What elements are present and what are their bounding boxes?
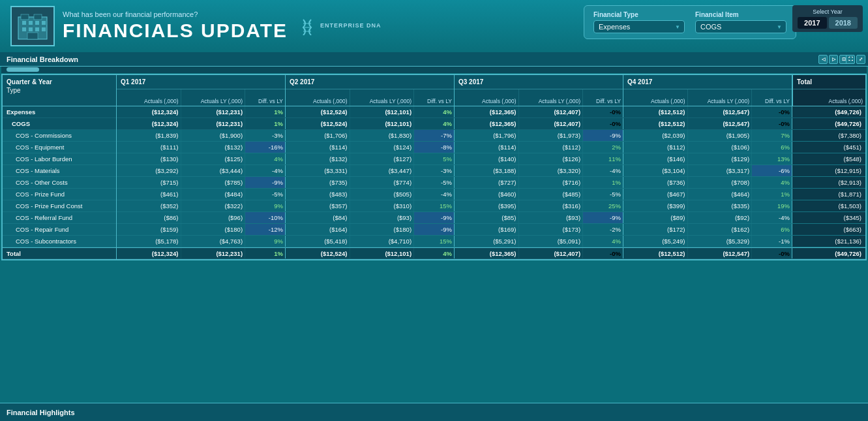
q3-diff-11: 4% bbox=[583, 236, 623, 247]
financial-item-select-wrapper[interactable]: COGS Revenue Net Profit ▼ bbox=[695, 20, 786, 33]
q2-actuals-ly-11: ($4,710) bbox=[350, 236, 415, 247]
total-col-row-3: ($451) bbox=[792, 142, 865, 153]
q4-row-9: ($89)($92)-4% bbox=[623, 212, 792, 223]
left-col-header: Quarter & Year Type bbox=[3, 75, 116, 106]
q4-row-11: ($5,249)($5,329)-1% bbox=[623, 236, 792, 247]
financial-type-select-wrapper[interactable]: Expenses Revenue Profit ▼ bbox=[593, 20, 685, 33]
q3-row-6: ($727)($716)1% bbox=[455, 177, 623, 188]
q3-actuals-9: ($85) bbox=[455, 212, 519, 223]
financial-item-group: Financial Item COGS Revenue Net Profit ▼ bbox=[695, 11, 786, 33]
q1-actuals-ly-10: ($180) bbox=[181, 224, 246, 235]
q2-actuals-ly-7: ($505) bbox=[350, 189, 415, 200]
quarter-year-label: Quarter & Year bbox=[7, 78, 112, 87]
year-2018-button[interactable]: 2018 bbox=[829, 17, 858, 29]
q2-actuals-3: ($114) bbox=[286, 142, 350, 153]
q2-row-12: ($12,524)($12,101)4% bbox=[286, 248, 455, 258]
fullscreen-icon[interactable]: ⤢ bbox=[856, 55, 865, 64]
q4-actuals-ly-3: ($106) bbox=[688, 142, 753, 153]
financial-type-select[interactable]: Expenses Revenue Profit bbox=[593, 20, 685, 33]
total-col-row-5: ($12,915) bbox=[792, 165, 865, 176]
h-scrollbar-container[interactable] bbox=[1, 67, 867, 73]
q4-actuals-9: ($89) bbox=[623, 212, 688, 223]
left-row-1: COGS bbox=[3, 118, 116, 130]
q2-diff-4: 5% bbox=[414, 153, 454, 164]
q1-actuals-0: ($12,324) bbox=[117, 106, 181, 117]
quarters-header-row: Q1 2017 Actuals (,000) Actuals LY (,000)… bbox=[117, 75, 865, 106]
q2-row-4: ($132)($127)5% bbox=[286, 153, 455, 164]
q3-actuals-ly-0: ($12,407) bbox=[519, 106, 584, 117]
data-rows-body: ($12,324)($12,231)1%($12,524)($12,101)4%… bbox=[117, 106, 865, 259]
q4-actuals-ly-header: Actuals LY (,000) bbox=[688, 89, 753, 106]
total-col-row-10: ($663) bbox=[792, 224, 865, 235]
financial-item-select[interactable]: COGS Revenue Net Profit bbox=[695, 20, 786, 33]
nav-right-icon[interactable]: ▷ bbox=[829, 55, 838, 64]
data-row-9: ($86)($96)-10%($84)($93)-9%($85)($93)-9%… bbox=[117, 212, 865, 224]
q2-actuals-ly-4: ($127) bbox=[350, 153, 415, 164]
q1-row-2: ($1,839)($1,900)-3% bbox=[117, 130, 286, 141]
data-row-3: ($111)($132)-16%($114)($124)-8%($114)($1… bbox=[117, 142, 865, 153]
svg-rect-11 bbox=[27, 33, 38, 39]
q3-row-7: ($460)($485)-5% bbox=[455, 189, 623, 200]
q3-row-8: ($395)($316)25% bbox=[455, 200, 623, 211]
q2-actuals-ly-header: Actuals LY (,000) bbox=[350, 89, 415, 106]
type-label: Type bbox=[7, 87, 112, 94]
year-2017-button[interactable]: 2017 bbox=[798, 17, 826, 29]
svg-rect-1 bbox=[21, 14, 29, 20]
q2-diff-header: Diff. vs LY bbox=[414, 89, 454, 106]
q1-actuals-ly-7: ($484) bbox=[181, 189, 246, 200]
q2-actuals-ly-12: ($12,101) bbox=[350, 248, 415, 258]
svg-rect-8 bbox=[29, 27, 33, 31]
header-text-block: What has been our financial performance?… bbox=[63, 10, 288, 42]
svg-rect-2 bbox=[34, 14, 42, 20]
q1-row-7: ($461)($484)-5% bbox=[117, 189, 286, 200]
q1-diff-2: -3% bbox=[245, 130, 285, 141]
q4-row-8: ($399)($335)19% bbox=[623, 200, 792, 211]
section1-title: Financial Breakdown bbox=[7, 55, 78, 63]
q2-diff-0: 4% bbox=[414, 106, 454, 117]
left-row-2: COS - Commissions bbox=[3, 130, 116, 142]
q4-actuals-ly-10: ($162) bbox=[688, 224, 753, 235]
q2-actuals-ly-10: ($180) bbox=[350, 224, 415, 235]
h-scrollbar-thumb[interactable] bbox=[7, 67, 39, 72]
q3-diff-7: -5% bbox=[583, 189, 623, 200]
q4-actuals-ly-4: ($129) bbox=[688, 153, 753, 164]
q1-diff-0: 1% bbox=[245, 106, 285, 117]
q3-actuals-ly-1: ($12,407) bbox=[519, 118, 584, 129]
expand-icon[interactable]: ⛶ bbox=[846, 55, 855, 64]
nav-left-icon[interactable]: ◁ bbox=[818, 55, 828, 64]
q4-row-0: ($12,512)($12,547)-0% bbox=[623, 106, 792, 117]
q2-actuals-ly-0: ($12,101) bbox=[350, 106, 415, 117]
q2-diff-12: 4% bbox=[414, 248, 454, 258]
q1-diff-7: -5% bbox=[245, 189, 285, 200]
q4-diff-1: -0% bbox=[752, 118, 792, 129]
q2-actuals-5: ($3,331) bbox=[286, 165, 350, 176]
q1-actuals-8: ($352) bbox=[117, 200, 181, 211]
controls-panel: Financial Type Expenses Revenue Profit ▼… bbox=[584, 5, 796, 39]
q1-actuals-ly-4: ($125) bbox=[181, 153, 246, 164]
nav-controls-right: ⛶ ⤢ bbox=[846, 55, 865, 64]
q3-diff-3: 2% bbox=[583, 142, 623, 153]
q4-actuals-6: ($736) bbox=[623, 177, 688, 188]
q3-actuals-ly-5: ($3,320) bbox=[519, 165, 584, 176]
year-selector: Select Year 2017 2018 bbox=[792, 5, 863, 32]
q4-actuals-ly-5: ($3,317) bbox=[688, 165, 753, 176]
q3-row-10: ($169)($173)-2% bbox=[455, 224, 623, 235]
left-row-9: COS - Referral Fund bbox=[3, 212, 116, 224]
q1-actuals-ly-5: ($3,444) bbox=[181, 165, 246, 176]
q3-diff-header: Diff. vs LY bbox=[583, 89, 623, 106]
financial-type-group: Financial Type Expenses Revenue Profit ▼ bbox=[593, 11, 685, 33]
q2-actuals-ly-2: ($1,830) bbox=[350, 130, 415, 141]
left-row-7: COS - Prize Fund bbox=[3, 189, 116, 200]
q1-actuals-5: ($3,292) bbox=[117, 165, 181, 176]
q1-diff-8: 9% bbox=[245, 200, 285, 211]
q3-actuals-4: ($140) bbox=[455, 153, 519, 164]
q2-actuals-ly-3: ($124) bbox=[350, 142, 415, 153]
q3-row-2: ($1,796)($1,973)-9% bbox=[455, 130, 623, 141]
left-row-11: COS - Subcontractors bbox=[3, 236, 116, 247]
q3-actuals-header: Actuals (,000) bbox=[455, 89, 519, 106]
q2-actuals-4: ($132) bbox=[286, 153, 350, 164]
q1-actuals-ly-9: ($96) bbox=[181, 212, 246, 223]
q4-cols-header: Actuals (,000) Actuals LY (,000) Diff. v… bbox=[623, 89, 792, 106]
q4-diff-5: -6% bbox=[752, 165, 792, 176]
q3-row-3: ($114)($112)2% bbox=[455, 142, 623, 153]
